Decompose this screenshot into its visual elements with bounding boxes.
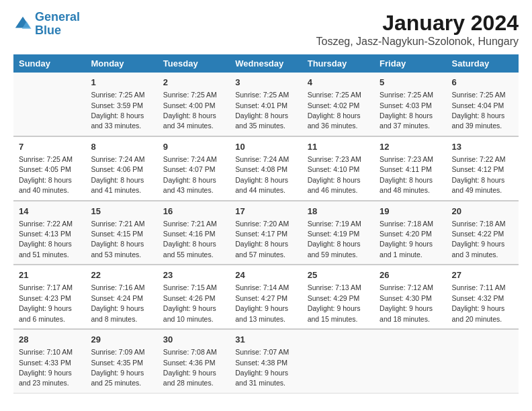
sunset: Sunset: 4:35 PM bbox=[91, 359, 143, 367]
sunrise: Sunrise: 7:13 AM bbox=[308, 283, 361, 291]
sunrise: Sunrise: 7:17 AM bbox=[19, 283, 73, 291]
day-cell: 7Sunrise: 7:25 AMSunset: 4:05 PMDaylight… bbox=[13, 136, 85, 201]
sunset: Sunset: 4:32 PM bbox=[452, 294, 504, 302]
day-cell: 29Sunrise: 7:09 AMSunset: 4:35 PMDayligh… bbox=[85, 329, 157, 393]
day-cell: 3Sunrise: 7:25 AMSunset: 4:01 PMDaylight… bbox=[230, 73, 302, 136]
daylight: Daylight: 8 hours and 59 minutes. bbox=[308, 240, 361, 258]
day-cell: 20Sunrise: 7:18 AMSunset: 4:22 PMDayligh… bbox=[447, 201, 519, 265]
day-cell: 19Sunrise: 7:18 AMSunset: 4:20 PMDayligh… bbox=[374, 201, 446, 265]
daylight: Daylight: 8 hours and 41 minutes. bbox=[91, 176, 144, 194]
sunset: Sunset: 4:07 PM bbox=[163, 165, 216, 173]
day-cell bbox=[447, 329, 519, 393]
sunrise: Sunrise: 7:24 AM bbox=[91, 155, 144, 163]
daylight: Daylight: 8 hours and 55 minutes. bbox=[163, 240, 216, 258]
daylight: Daylight: 8 hours and 35 minutes. bbox=[235, 111, 288, 130]
week-row-4: 21Sunrise: 7:17 AMSunset: 4:23 PMDayligh… bbox=[13, 265, 519, 329]
daylight: Daylight: 8 hours and 43 minutes. bbox=[163, 176, 216, 194]
sunrise: Sunrise: 7:25 AM bbox=[163, 91, 217, 99]
sunset: Sunset: 4:01 PM bbox=[235, 101, 287, 109]
day-number: 11 bbox=[308, 141, 369, 153]
sunrise: Sunrise: 7:18 AM bbox=[452, 220, 506, 228]
main-title: January 2024 bbox=[316, 11, 519, 36]
day-number: 27 bbox=[452, 269, 513, 281]
day-cell: 25Sunrise: 7:13 AMSunset: 4:29 PMDayligh… bbox=[302, 265, 374, 329]
week-row-1: 1Sunrise: 7:25 AMSunset: 3:59 PMDaylight… bbox=[13, 73, 519, 136]
logo-text: General Blue bbox=[35, 11, 80, 38]
sunrise: Sunrise: 7:25 AM bbox=[308, 91, 361, 99]
logo-line1: General bbox=[35, 10, 80, 24]
daylight: Daylight: 8 hours and 37 minutes. bbox=[380, 111, 433, 130]
daylight: Daylight: 8 hours and 40 minutes. bbox=[19, 176, 72, 194]
sunset: Sunset: 4:05 PM bbox=[19, 165, 71, 173]
week-row-5: 28Sunrise: 7:10 AMSunset: 4:33 PMDayligh… bbox=[13, 329, 519, 393]
day-number: 5 bbox=[380, 77, 441, 89]
day-cell: 14Sunrise: 7:22 AMSunset: 4:13 PMDayligh… bbox=[13, 201, 85, 265]
sunrise: Sunrise: 7:23 AM bbox=[380, 155, 433, 163]
day-number: 19 bbox=[380, 205, 441, 218]
day-cell: 26Sunrise: 7:12 AMSunset: 4:30 PMDayligh… bbox=[374, 265, 446, 329]
daylight: Daylight: 8 hours and 34 minutes. bbox=[163, 111, 216, 130]
day-number: 23 bbox=[163, 269, 224, 281]
day-cell bbox=[374, 329, 446, 393]
sunset: Sunset: 4:29 PM bbox=[308, 294, 360, 302]
daylight: Daylight: 9 hours and 10 minutes. bbox=[163, 304, 216, 322]
col-header-tuesday: Tuesday bbox=[158, 54, 230, 73]
logo-line2: Blue bbox=[35, 24, 61, 37]
sunrise: Sunrise: 7:18 AM bbox=[380, 220, 433, 228]
sunrise: Sunrise: 7:20 AM bbox=[235, 220, 289, 228]
sunset: Sunset: 4:30 PM bbox=[380, 294, 432, 302]
day-cell: 24Sunrise: 7:14 AMSunset: 4:27 PMDayligh… bbox=[230, 265, 302, 329]
daylight: Daylight: 8 hours and 48 minutes. bbox=[380, 176, 433, 194]
sunset: Sunset: 4:38 PM bbox=[235, 359, 287, 367]
sunrise: Sunrise: 7:25 AM bbox=[452, 91, 506, 99]
sunset: Sunset: 4:24 PM bbox=[91, 294, 143, 302]
sunrise: Sunrise: 7:25 AM bbox=[380, 91, 433, 99]
daylight: Daylight: 9 hours and 13 minutes. bbox=[235, 304, 288, 322]
daylight: Daylight: 8 hours and 39 minutes. bbox=[452, 111, 505, 130]
daylight: Daylight: 9 hours and 1 minute. bbox=[380, 240, 433, 258]
day-number: 10 bbox=[235, 141, 296, 153]
day-number: 13 bbox=[452, 141, 513, 153]
week-row-3: 14Sunrise: 7:22 AMSunset: 4:13 PMDayligh… bbox=[13, 201, 519, 265]
sunset: Sunset: 4:13 PM bbox=[19, 230, 71, 238]
subtitle: Toszeg, Jasz-Nagykun-Szolonok, Hungary bbox=[316, 36, 519, 48]
header: General Blue January 2024 Toszeg, Jasz-N… bbox=[13, 11, 519, 48]
day-number: 29 bbox=[91, 334, 152, 346]
day-number: 28 bbox=[19, 334, 80, 346]
sunrise: Sunrise: 7:15 AM bbox=[163, 283, 217, 291]
day-number: 21 bbox=[19, 269, 80, 281]
sunrise: Sunrise: 7:11 AM bbox=[452, 283, 506, 291]
daylight: Daylight: 9 hours and 28 minutes. bbox=[163, 369, 216, 387]
day-number: 24 bbox=[235, 269, 296, 281]
col-header-friday: Friday bbox=[374, 54, 446, 73]
sunset: Sunset: 4:06 PM bbox=[91, 165, 143, 173]
day-cell: 11Sunrise: 7:23 AMSunset: 4:10 PMDayligh… bbox=[302, 136, 374, 201]
day-cell: 23Sunrise: 7:15 AMSunset: 4:26 PMDayligh… bbox=[158, 265, 230, 329]
sunrise: Sunrise: 7:19 AM bbox=[308, 220, 361, 228]
day-number: 31 bbox=[235, 334, 296, 346]
daylight: Daylight: 9 hours and 6 minutes. bbox=[19, 304, 72, 322]
day-number: 7 bbox=[19, 141, 80, 153]
calendar-table: SundayMondayTuesdayWednesdayThursdayFrid… bbox=[13, 54, 519, 394]
sunset: Sunset: 3:59 PM bbox=[91, 101, 143, 109]
day-cell: 28Sunrise: 7:10 AMSunset: 4:33 PMDayligh… bbox=[13, 329, 85, 393]
sunrise: Sunrise: 7:14 AM bbox=[235, 283, 289, 291]
logo-icon bbox=[13, 15, 32, 34]
daylight: Daylight: 8 hours and 44 minutes. bbox=[235, 176, 288, 194]
day-cell bbox=[302, 329, 374, 393]
sunset: Sunset: 4:23 PM bbox=[19, 294, 71, 302]
sunrise: Sunrise: 7:16 AM bbox=[91, 283, 144, 291]
sunrise: Sunrise: 7:25 AM bbox=[235, 91, 289, 99]
day-number: 3 bbox=[235, 77, 296, 89]
day-cell: 16Sunrise: 7:21 AMSunset: 4:16 PMDayligh… bbox=[158, 201, 230, 265]
sunset: Sunset: 4:27 PM bbox=[235, 294, 287, 302]
day-number: 8 bbox=[91, 141, 152, 153]
sunrise: Sunrise: 7:12 AM bbox=[380, 283, 433, 291]
day-cell: 9Sunrise: 7:24 AMSunset: 4:07 PMDaylight… bbox=[158, 136, 230, 201]
sunset: Sunset: 4:11 PM bbox=[380, 165, 432, 173]
day-number: 20 bbox=[452, 205, 513, 218]
day-number: 25 bbox=[308, 269, 369, 281]
day-number: 14 bbox=[19, 205, 80, 218]
sunset: Sunset: 4:19 PM bbox=[308, 230, 360, 238]
sunrise: Sunrise: 7:21 AM bbox=[91, 220, 144, 228]
